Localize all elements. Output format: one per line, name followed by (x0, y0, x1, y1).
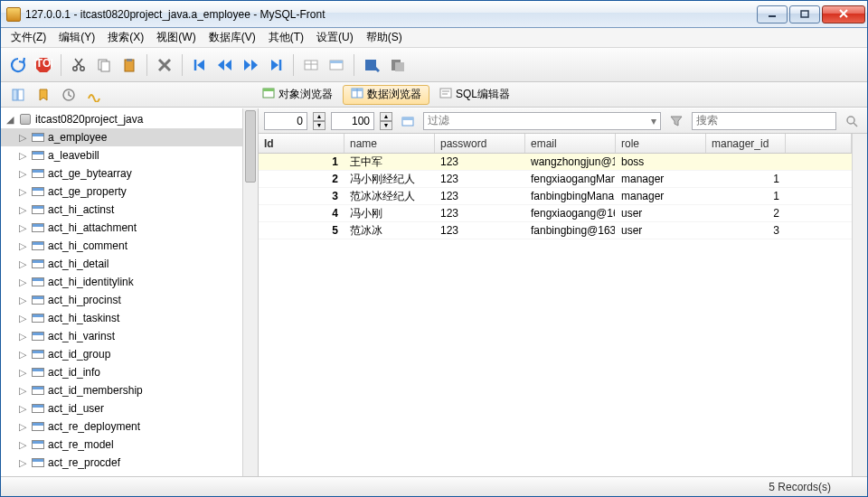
tree-item[interactable]: ▷act_hi_attachment (1, 219, 242, 237)
cell-email[interactable]: fengxiaogangMan (525, 171, 616, 187)
col-role[interactable]: role (616, 134, 706, 153)
cell-role[interactable]: manager (616, 188, 706, 204)
limit-input[interactable] (331, 112, 374, 130)
cell-manager-id[interactable]: 1 (706, 188, 786, 204)
tree-item[interactable]: ▷act_hi_identitylink (1, 273, 242, 291)
export-button[interactable] (385, 53, 409, 77)
prev-button[interactable] (213, 53, 237, 77)
sql-history-button[interactable] (82, 83, 106, 107)
tree-item[interactable]: ▷act_hi_varinst (1, 327, 242, 345)
col-id[interactable]: Id (259, 134, 344, 153)
tree-item[interactable]: ▷act_hi_comment (1, 237, 242, 255)
tree-item[interactable]: ▷act_id_group (1, 345, 242, 363)
filter-dropdown[interactable]: 过滤 ▾ (423, 112, 661, 130)
tree-item[interactable]: ▷act_id_info (1, 363, 242, 381)
tree-item[interactable]: ▷act_ge_property (1, 183, 242, 201)
next-button[interactable] (239, 53, 262, 77)
apply-button[interactable] (398, 112, 418, 130)
menu-file[interactable]: 文件(Z) (5, 29, 52, 46)
menu-view[interactable]: 视图(W) (150, 29, 202, 46)
grid-scrollbar[interactable] (852, 134, 867, 476)
offset-input[interactable] (264, 112, 307, 130)
cell-name[interactable]: 冯小刚 (344, 205, 435, 221)
cell-id[interactable]: 1 (259, 154, 344, 170)
tree-item[interactable]: ▷act_hi_procinst (1, 291, 242, 309)
search-button[interactable] (842, 112, 862, 130)
table-row[interactable]: 2冯小刚经纪人123fengxiaogangManmanager1 (259, 171, 852, 188)
col-email[interactable]: email (525, 134, 616, 153)
cell-email[interactable]: wangzhongjun@1 (525, 154, 616, 170)
menu-search[interactable]: 搜索(X) (101, 29, 150, 46)
menu-database[interactable]: 数据库(V) (203, 29, 262, 46)
tree-root[interactable]: ◢itcast0820project_java (1, 110, 242, 128)
menu-help[interactable]: 帮助(S) (360, 29, 409, 46)
search-input[interactable]: 搜索 (692, 112, 836, 130)
toggle-tree-button[interactable] (6, 83, 30, 107)
tree-item[interactable]: ▷act_hi_detail (1, 255, 242, 273)
cell-email[interactable]: fengxiaogang@16 (525, 205, 616, 221)
col-password[interactable]: password (435, 134, 525, 153)
offset-spinner[interactable]: ▲▼ (313, 112, 326, 130)
filter-funnel-button[interactable] (666, 112, 686, 130)
limit-spinner[interactable]: ▲▼ (380, 112, 392, 130)
menu-other[interactable]: 其他(T) (262, 29, 310, 46)
cell-password[interactable]: 123 (435, 188, 525, 204)
tree-item[interactable]: ▷act_re_deployment (1, 417, 242, 436)
object-tree[interactable]: ◢itcast0820project_java▷a_employee▷a_lea… (1, 108, 242, 476)
cell-email[interactable]: fanbingbing@163 (525, 222, 616, 239)
first-button[interactable] (188, 53, 212, 77)
paste-button[interactable] (118, 53, 141, 77)
tree-item[interactable]: ▷act_hi_actinst (1, 201, 242, 219)
col-name[interactable]: name (344, 134, 435, 153)
tree-item[interactable]: ▷act_id_membership (1, 381, 242, 399)
cell-name[interactable]: 冯小刚经纪人 (344, 171, 435, 187)
cell-role[interactable]: boss (616, 154, 706, 170)
cell-manager-id[interactable]: 1 (706, 171, 786, 187)
tab-sql-editor[interactable]: SQL编辑器 (431, 85, 518, 105)
table-row[interactable]: 4冯小刚123fengxiaogang@16user2 (259, 205, 852, 222)
tree-item[interactable]: ▷act_id_user (1, 399, 242, 417)
scrollbar-thumb[interactable] (245, 110, 256, 183)
tree-item[interactable]: ▷act_ge_bytearray (1, 164, 242, 183)
refresh-button[interactable] (6, 53, 30, 77)
tree-item[interactable]: ▷act_re_procdef (1, 454, 242, 472)
cell-id[interactable]: 3 (259, 188, 344, 204)
tab-data-browser[interactable]: 数据浏览器 (343, 85, 429, 105)
cell-role[interactable]: manager (616, 171, 706, 187)
cell-name[interactable]: 范冰冰 (344, 222, 435, 239)
delete-button[interactable] (153, 53, 176, 77)
cell-name[interactable]: 范冰冰经纪人 (344, 188, 435, 204)
cell-password[interactable]: 123 (435, 222, 525, 239)
cell-role[interactable]: user (616, 205, 706, 221)
table-row[interactable]: 3范冰冰经纪人123fanbingbingManamanager1 (259, 188, 852, 205)
tree-item[interactable]: ▷a_employee (1, 128, 242, 146)
maximize-button[interactable] (789, 5, 820, 23)
cell-id[interactable]: 2 (259, 171, 344, 187)
cell-manager-id[interactable]: 2 (706, 205, 786, 221)
execute-button[interactable] (360, 53, 383, 77)
tree-item[interactable]: ▷act_re_model (1, 436, 242, 454)
tree-item[interactable]: ▷a_leavebill (1, 146, 242, 164)
cell-id[interactable]: 4 (259, 205, 344, 221)
last-button[interactable] (264, 53, 288, 77)
data-grid[interactable]: Id name password email role manager_id 1… (259, 134, 852, 476)
cell-manager-id[interactable]: 3 (706, 222, 786, 239)
stop-button[interactable]: STOP (32, 53, 55, 77)
cell-password[interactable]: 123 (435, 154, 525, 170)
minimize-button[interactable] (757, 5, 788, 23)
cell-password[interactable]: 123 (435, 171, 525, 187)
close-button[interactable] (822, 5, 865, 23)
cell-id[interactable]: 5 (259, 222, 344, 239)
col-manager-id[interactable]: manager_id (706, 134, 786, 153)
tab-object-browser[interactable]: 对象浏览器 (254, 85, 341, 105)
bookmarks-button[interactable] (32, 83, 55, 107)
copy-button[interactable] (92, 53, 116, 77)
edit-table-button[interactable] (325, 53, 348, 77)
tree-item[interactable]: ▷act_hi_taskinst (1, 309, 242, 327)
menu-settings[interactable]: 设置(U) (310, 29, 360, 46)
cell-email[interactable]: fanbingbingMana (525, 188, 616, 204)
cut-button[interactable] (67, 53, 90, 77)
cell-name[interactable]: 王中军 (344, 154, 435, 170)
cell-password[interactable]: 123 (435, 205, 525, 221)
new-table-button[interactable] (299, 53, 323, 77)
